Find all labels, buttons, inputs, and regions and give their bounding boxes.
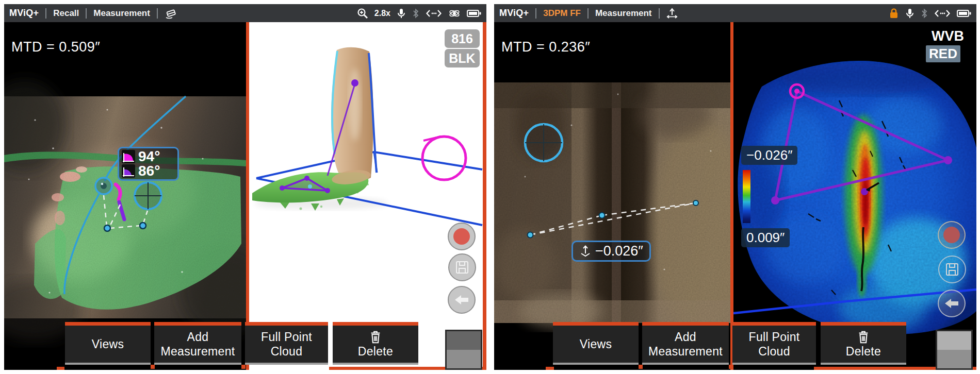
add-label-line2: Measurement [161,344,235,359]
views-label: Views [92,337,124,351]
save-floppy-icon [945,262,959,277]
menu-measurement[interactable]: Measurement [595,8,652,19]
add-measurement-button[interactable]: Add Measurement [154,322,241,365]
left-topbar-menu: MViQ+ Recall Measurement [9,7,178,19]
thumbnail-placeholder [936,330,973,370]
back-button[interactable] [938,290,966,317]
zoom-icon[interactable] [357,8,368,19]
separator [659,8,660,19]
separator [45,8,46,19]
pan-cursor-icon[interactable] [666,7,678,20]
save-button[interactable] [938,256,966,283]
add-label-line1: Add [675,330,696,344]
views-button[interactable]: Views [553,322,639,365]
angle-row-primary: 94° [122,149,175,164]
views-button[interactable]: Views [65,322,151,365]
angle-icon-magenta [122,150,135,163]
back-button[interactable] [448,286,476,314]
thumbnail-top [447,331,481,350]
mtd-readout: MTD = 0.509″ [11,39,100,55]
right-topbar-menu: MViQ+ 3DPM FF Measurement [499,7,678,20]
thumbnail-top [937,331,971,350]
connection-arrows-icon [934,9,951,18]
point-marker[interactable] [95,178,112,194]
full-point-cloud-button[interactable]: Full Point Cloud [732,322,816,365]
point-cloud-view[interactable] [249,22,483,370]
add-label-line1: Add [187,330,209,344]
save-floppy-icon [455,260,469,275]
mic-icon[interactable] [397,8,406,19]
image-mode-badge[interactable]: BLK [445,49,480,67]
panel-edge-accent [483,22,486,370]
right-screen: MViQ+ 3DPM FF Measurement [494,4,976,370]
delete-label: Delete [846,344,881,359]
right-topbar: MViQ+ 3DPM FF Measurement [494,4,976,22]
color-mode-badge[interactable]: RED [926,45,960,62]
bluetooth-icon [921,8,928,19]
crosshair-cursor[interactable] [135,182,161,209]
camera-photo [494,82,730,336]
workspace: MViQ+ Recall Measurement 2.8x [0,0,980,374]
thumbnail-bottom [937,350,971,368]
erase-annotations-icon[interactable] [165,7,178,19]
accent-notch [151,365,155,369]
view-divider [246,22,249,370]
save-button[interactable] [448,253,476,281]
bluetooth-icon [412,8,419,19]
menu-measurement[interactable]: Measurement [93,8,150,19]
left-camera-view[interactable] [4,22,246,370]
add-label-line2: Measurement [648,344,723,359]
separator [86,8,87,19]
angle-value-secondary: 86° [138,164,160,178]
brand-logo: MViQ+ [499,8,529,19]
right-camera-view[interactable] [494,22,730,370]
camera-photo [4,79,246,342]
thumbnail-placeholder [445,330,482,370]
cloud-label-line1: Full Point [749,330,800,344]
angle-value-primary: 94° [138,149,160,164]
cloud-label-line2: Cloud [271,344,303,359]
battery-icon [957,9,971,18]
scale-min-label: 0.009″ [741,228,790,247]
right-topbar-status [889,8,971,19]
view-divider [730,22,733,370]
back-arrow-icon [944,298,959,309]
left-topbar: MViQ+ Recall Measurement 2.8x [4,4,486,22]
thumbnail-bottom [447,350,481,368]
separator [587,8,589,19]
full-point-cloud-button[interactable]: Full Point Cloud [245,322,328,365]
menu-3dpm-ff[interactable]: 3DPM FF [543,8,581,19]
record-button[interactable] [938,221,966,249]
separator [535,8,536,19]
connection-arrows-icon [426,9,442,18]
left-screen: MViQ+ Recall Measurement 2.8x [4,4,486,370]
menu-recall[interactable]: Recall [53,8,79,19]
white-balance-badge[interactable]: WVB [932,28,964,44]
delete-button[interactable]: Delete [821,322,906,365]
trash-icon [857,330,870,344]
crosshair-cursor[interactable] [525,124,562,161]
add-measurement-button[interactable]: Add Measurement [642,322,729,365]
record-dot-icon [453,228,470,245]
bottom-accent-stub [546,367,554,370]
views-label: Views [580,337,612,351]
gyro-icon [448,8,461,19]
angle-icon-purple [122,164,135,178]
back-arrow-icon [454,294,469,305]
cloud-label-line1: Full Point [261,330,312,344]
mtd-readout: MTD = 0.236″ [501,39,590,55]
angle-measurement-label[interactable]: 94° 86° [118,147,179,181]
depth-measurement-value: −0.026″ [595,243,643,259]
trash-icon [369,330,382,344]
depth-color-scale [743,170,750,223]
delete-button[interactable]: Delete [333,322,418,365]
battery-icon [467,9,481,18]
record-dot-icon [943,227,960,243]
image-setting-badge[interactable]: 816 [445,29,480,48]
mic-icon[interactable] [905,8,914,19]
depth-map-view[interactable] [733,22,976,370]
scale-max-label: −0.026″ [741,146,797,165]
zoom-level: 2.8x [374,9,390,18]
record-button[interactable] [448,223,476,250]
depth-measurement-label[interactable]: −0.026″ [571,241,651,262]
